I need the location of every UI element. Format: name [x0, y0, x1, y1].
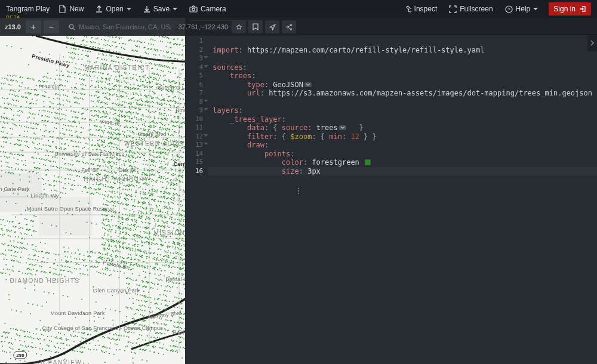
- inspect-button[interactable]: Inspect: [398, 0, 444, 18]
- download-icon: [143, 5, 150, 13]
- new-button[interactable]: New: [53, 0, 90, 18]
- search-input[interactable]: [79, 23, 171, 30]
- new-label: New: [69, 5, 84, 13]
- help-button[interactable]: ? Help: [499, 0, 544, 18]
- wrench-icon: [404, 5, 411, 13]
- line-gutter: 1 2 3 4 5 6 7 8 9 10 11 12 13 14 15 16: [185, 35, 208, 364]
- file-icon: [59, 5, 66, 13]
- split-drag-handle[interactable]: [296, 18, 301, 364]
- fullscreen-button[interactable]: Fullscreen: [443, 0, 498, 18]
- signin-label: Sign in: [553, 5, 576, 13]
- bookmark-button[interactable]: [232, 20, 246, 33]
- map-view[interactable]: Presidio Presidio Pkwy MARINA DISTRICT B…: [0, 18, 185, 364]
- zoom-out-button[interactable]: −: [44, 20, 59, 33]
- svg-point-6: [287, 26, 288, 28]
- code-area[interactable]: 1 2 3 4 5 6 7 8 9 10 11 12 13 14 15 16 i…: [185, 35, 597, 364]
- help-icon: ?: [505, 5, 513, 13]
- search-box[interactable]: [65, 20, 175, 33]
- collapse-editor-button[interactable]: [587, 35, 597, 51]
- map-toolbar: z13.0 + − 37.761, -122.430: [0, 18, 298, 36]
- route-shield: 280: [13, 351, 27, 359]
- brand: Tangram Play BETA: [6, 5, 50, 13]
- chevron-down-icon: [533, 8, 538, 10]
- search-icon: [69, 24, 75, 30]
- signin-icon: [579, 5, 586, 13]
- fullscreen-icon: [449, 5, 457, 13]
- svg-point-1: [192, 8, 195, 11]
- type-dropdown-icon[interactable]: [304, 82, 312, 87]
- open-button[interactable]: Open: [90, 0, 137, 18]
- coords-readout: 37.761, -122.430: [179, 23, 232, 30]
- upload-icon: [96, 5, 103, 13]
- open-label: Open: [106, 5, 123, 13]
- svg-point-5: [290, 24, 292, 26]
- share-button[interactable]: [282, 20, 296, 33]
- zoom-in-button[interactable]: +: [26, 20, 41, 33]
- zoom-level: z13.0: [0, 23, 26, 30]
- camera-label: Camera: [201, 5, 226, 13]
- code-lines[interactable]: import: https://mapzen.com/carto/refill-…: [208, 35, 597, 364]
- svg-point-4: [69, 24, 73, 29]
- fullscreen-label: Fullscreen: [460, 5, 493, 13]
- top-menubar: Tangram Play BETA New Open Save Camera I…: [0, 0, 597, 18]
- code-editor[interactable]: default.yaml 1 2 3 4 5 6 7 8 9 10 11 12 …: [185, 18, 597, 364]
- camera-icon: [189, 5, 198, 13]
- map-dots-layer: [0, 18, 185, 364]
- inspect-label: Inspect: [414, 5, 438, 13]
- save-label: Save: [153, 5, 170, 13]
- svg-point-7: [290, 28, 292, 30]
- color-swatch[interactable]: [365, 159, 371, 165]
- drag-grip-icon: [298, 188, 299, 194]
- chevron-down-icon: [173, 8, 177, 10]
- brand-text: Tangram Play: [6, 5, 50, 13]
- locate-button[interactable]: [265, 20, 279, 33]
- source-dropdown-icon[interactable]: [339, 125, 346, 130]
- camera-button[interactable]: Camera: [183, 0, 232, 18]
- save-button[interactable]: Save: [137, 0, 183, 18]
- chevron-down-icon: [127, 8, 131, 10]
- svg-text:?: ?: [507, 7, 510, 12]
- signin-button[interactable]: Sign in: [549, 2, 591, 16]
- help-label: Help: [516, 5, 531, 13]
- save-bookmark-button[interactable]: [248, 20, 263, 33]
